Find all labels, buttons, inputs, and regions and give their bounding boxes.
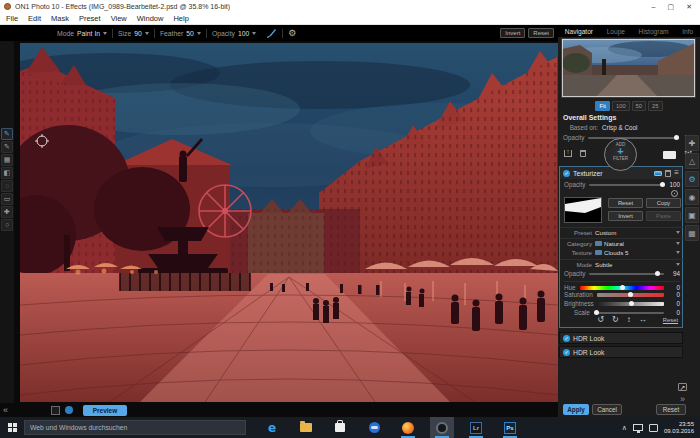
zoom-pan-tool[interactable]: ○ [1,219,13,231]
soft-proof-icon[interactable] [65,406,73,414]
mask-reset-button[interactable]: Reset [608,198,643,208]
tab-histogram[interactable]: Histogram [639,28,669,35]
collapse-left-panel-icon[interactable]: » [0,404,11,416]
start-button[interactable] [0,417,24,438]
menu-view[interactable]: View [111,14,127,23]
size-dropdown[interactable]: Size 90 [113,30,154,37]
saturation-slider[interactable] [597,293,664,297]
taskbar-mail-icon[interactable] [362,417,386,438]
category-dropdown[interactable]: Category Natural [560,238,684,247]
flip-vertical-icon[interactable]: ↕ [627,315,631,324]
blend-mode-dropdown[interactable]: Mode Subtle [560,259,684,268]
menu-file[interactable]: File [6,14,18,23]
mask-preview-icon[interactable] [663,151,676,159]
mask-paste-button[interactable]: Paste [646,211,681,221]
reset-mask-button[interactable]: Reset [528,28,554,38]
filter-enabled-toggle[interactable]: ✓ [563,170,570,177]
taskbar-on1-photo-icon[interactable] [430,417,454,438]
mask-target-icon[interactable] [671,190,678,197]
maximize-button[interactable]: ▢ [668,0,675,13]
filter-menu-icon[interactable]: ≡ [674,169,679,177]
menu-help[interactable]: Help [173,14,188,23]
texturizer-reset-link[interactable]: Reset [663,317,678,323]
zoom-25-button[interactable]: 25 [648,101,662,111]
taskbar-photoshop-icon[interactable]: Ps [498,417,522,438]
taskbar-clock[interactable]: 23:55 09.03.2016 [664,421,696,435]
settings-pane-icon[interactable]: ⚙ [685,171,699,187]
menu-edit[interactable]: Edit [28,14,41,23]
delete-icon[interactable] [580,150,586,157]
taskbar-file-explorer-icon[interactable] [294,417,318,438]
brightness-slider[interactable] [598,302,664,306]
filter-enabled-toggle[interactable]: ✓ [563,349,570,356]
texture-dropdown[interactable]: Texture Clouds 5 [560,248,684,256]
preview-button[interactable]: Preview [83,405,127,416]
navigator-thumbnail[interactable] [561,38,696,98]
filter-mask-view-icon[interactable] [654,171,662,176]
taskbar-edge-icon[interactable]: e [260,417,284,438]
tab-loupe[interactable]: Loupe [607,28,625,35]
perfect-brush-tool[interactable]: ✎ [1,141,13,153]
image-canvas[interactable] [20,43,558,402]
scale-slider[interactable] [594,312,664,314]
taskbar-store-icon[interactable] [328,417,352,438]
hue-slider[interactable] [580,286,664,290]
rotate-right-icon[interactable]: ↻ [612,315,619,324]
tab-info[interactable]: Info [682,28,693,35]
filter-opacity-slider[interactable] [589,184,664,186]
filter-mask-thumbnail[interactable] [564,197,602,223]
layers-pane-icon[interactable]: ▣ [685,207,699,223]
delete-filter-icon[interactable] [665,170,671,177]
chisel-mask-tool[interactable]: ◌ [1,180,13,192]
menu-window[interactable]: Window [137,14,164,23]
share-icon[interactable]: ↗ [678,383,687,391]
perfect-eraser-tool[interactable]: ✚ [1,206,13,218]
taskbar-firefox-icon[interactable] [396,417,420,438]
network-icon[interactable] [633,424,643,431]
menu-mask[interactable]: Mask [51,14,69,23]
filter-enabled-toggle[interactable]: ✓ [563,335,570,342]
effects-pane-icon[interactable]: ✚ [685,135,699,151]
perfect-brush-toggle[interactable] [261,28,282,39]
taskbar-lightroom-icon[interactable]: Lr [464,417,488,438]
tray-chevron-icon[interactable]: ∧ [622,424,627,432]
mask-invert-button[interactable]: Invert [608,211,643,221]
portrait-pane-icon[interactable]: ◉ [685,189,699,205]
blend-opacity-slider[interactable] [589,273,664,275]
feather-dropdown[interactable]: Feather 50 [155,30,206,37]
taskbar-search-input[interactable] [24,420,246,435]
mask-copy-button[interactable]: Copy [646,198,681,208]
cancel-button[interactable]: Cancel [592,404,622,415]
close-button[interactable]: ✕ [686,0,692,13]
apply-button[interactable]: Apply [563,404,589,415]
mode-dropdown[interactable]: Mode Paint In [52,30,112,37]
brush-settings-gear-icon[interactable]: ⚙ [288,29,296,38]
compare-view-icon[interactable] [51,406,60,415]
menu-preset[interactable]: Preset [79,14,101,23]
hdr-look-pane-2[interactable]: ✓ HDR Look [559,346,683,358]
zoom-50-button[interactable]: 50 [632,101,646,111]
panel-reset-button[interactable]: Reset [656,404,686,415]
invert-mask-button[interactable]: Invert [500,28,525,38]
hdr-look-pane-1[interactable]: ✓ HDR Look [559,332,683,344]
flip-horizontal-icon[interactable]: ↔ [639,315,647,324]
zoom-fit-button[interactable]: Fit [595,101,609,111]
sharpen-pane-icon[interactable]: △ [685,153,699,169]
based-on-value[interactable]: Crisp & Cool [602,124,637,131]
overall-opacity-slider[interactable] [588,137,679,139]
masking-brush-tool[interactable]: ✎ [1,128,13,140]
zoom-100-button[interactable]: 100 [612,101,630,111]
add-filter-button[interactable]: ADD + FILTER [604,138,637,171]
hue-label: Hue [564,284,576,291]
save-preset-icon[interactable]: ↑ [564,150,572,157]
presets-pane-icon[interactable]: ▦ [685,225,699,241]
rotate-left-icon[interactable]: ↺ [597,315,604,324]
minimize-button[interactable]: – [652,0,656,13]
action-center-icon[interactable] [649,424,658,432]
tab-navigator[interactable]: Navigator [565,28,593,35]
opacity-dropdown[interactable]: Opacity 100 [207,30,261,37]
blur-mask-tool[interactable]: ▭ [1,193,13,205]
refine-mask-tool[interactable]: ◧ [1,167,13,179]
masking-bug-tool[interactable]: ▦ [1,154,13,166]
preset-dropdown[interactable]: Preset Custom [560,227,684,236]
